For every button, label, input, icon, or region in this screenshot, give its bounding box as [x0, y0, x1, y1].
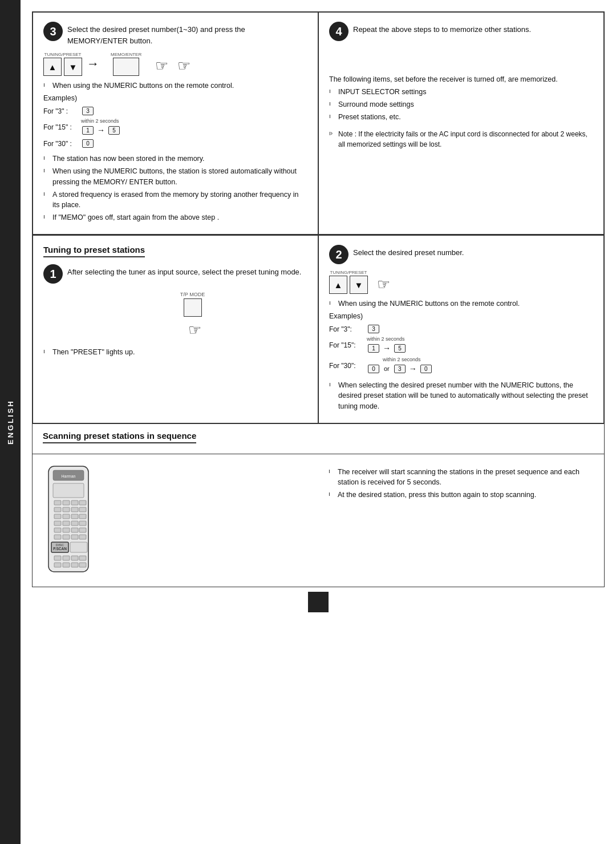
- tuning-for15-row: For "15": within 2 seconds 1 → 5: [329, 338, 593, 353]
- remote-svg: Harman: [43, 463, 94, 578]
- svg-rect-21: [63, 528, 70, 532]
- tp-hand-icon: ☞: [188, 321, 201, 339]
- svg-rect-6: [71, 500, 78, 505]
- svg-rect-24: [54, 535, 61, 539]
- tp-mode-btn: [184, 298, 202, 317]
- or-label: or: [384, 365, 390, 372]
- tuning-for15-label: For "15":: [329, 341, 363, 349]
- svg-rect-17: [63, 521, 70, 526]
- tuning-step1-bullets: Then "PRESET" lights up.: [43, 347, 307, 357]
- scanning-left-cell: Harman: [33, 454, 318, 587]
- tuning-step2-header: 2 Select the desired preset number.: [329, 245, 593, 264]
- svg-text:P.SCAN: P.SCAN: [53, 547, 67, 551]
- tuning-for30-btn0: 0: [368, 365, 379, 373]
- tuning-for3-label: For "3":: [329, 325, 363, 333]
- step3-button-diagram: TUNING/PRESET ▲ ▼ → MEMO/ENTER: [43, 52, 307, 76]
- then-preset-bullet: Then "PRESET" lights up.: [43, 347, 307, 357]
- tuning-preset-label: TUNING/PRESET: [44, 52, 82, 57]
- memo-enter-label: MEMO/ENTER: [111, 52, 141, 57]
- tuning-bullet-examples: Examples): [329, 311, 593, 321]
- step4-item-2: Surround mode settings: [329, 99, 593, 110]
- svg-rect-38: [71, 563, 78, 567]
- step3-bullet-6: If "MEMO" goes off, start again from the…: [43, 212, 307, 223]
- svg-rect-35: [79, 556, 86, 560]
- step4-header: 4 Repeat the above steps to to memorize …: [329, 22, 593, 41]
- svg-rect-9: [63, 507, 70, 512]
- step3-bullet-4: When using the NUMERIC buttons, the stat…: [43, 166, 307, 187]
- svg-rect-14: [71, 514, 78, 519]
- scanning-bullets: The receiver will start scanning the sta…: [329, 467, 594, 500]
- step4-note-section: The following items, set before the rece…: [329, 75, 593, 150]
- svg-rect-32: [54, 556, 61, 560]
- tuning-for30-row: For "30": within 2 seconds 0 or 3 → 0: [329, 358, 593, 373]
- tuning-for30-arrow: →: [409, 364, 417, 373]
- step4-circle: 4: [329, 22, 348, 41]
- for30-btn: 0: [82, 139, 94, 148]
- step3-bullet-1: When using the NUMERIC buttons on the re…: [43, 80, 307, 91]
- hand-icon-1: ☞: [155, 57, 168, 75]
- for3-btn: 3: [82, 107, 94, 115]
- page-number-area: [32, 592, 605, 612]
- svg-rect-20: [54, 528, 61, 532]
- for3-row: For "3" : 3: [43, 107, 307, 115]
- svg-rect-37: [63, 563, 70, 567]
- tuning-grid: Tuning to preset stations 1 After select…: [32, 235, 605, 424]
- svg-rect-4: [54, 500, 61, 505]
- tp-mode-group: T/P MODE: [180, 292, 205, 317]
- tuning-preset-group: TUNING/PRESET ▲ ▼: [43, 52, 82, 76]
- within-label: within 2 seconds: [81, 118, 119, 124]
- step3-bullet-3: The station has now been stored in the m…: [43, 154, 307, 164]
- step4-note-text: The following items, set before the rece…: [329, 75, 593, 83]
- sidebar-label: ENGLISH: [6, 399, 15, 445]
- svg-rect-3: [53, 483, 84, 498]
- tuning-for3-row: For "3": 3: [329, 325, 593, 333]
- svg-rect-12: [54, 514, 61, 519]
- svg-rect-27: [79, 535, 86, 539]
- tuning-for30-btn0b: 0: [420, 365, 432, 373]
- step3-header: 3 Select the desired preset number(1~30)…: [43, 22, 307, 46]
- scanning-bullet-2: At the desired station, press this butto…: [329, 490, 594, 500]
- tp-mode-label: T/P MODE: [180, 292, 205, 297]
- tuning-for3-btn: 3: [368, 325, 379, 333]
- tuning-preset-group2: TUNING/PRESET ▲ ▼: [329, 270, 368, 294]
- svg-rect-11: [79, 507, 86, 512]
- svg-rect-34: [71, 556, 78, 560]
- step4-cell: 4 Repeat the above steps to to memorize …: [318, 12, 604, 235]
- scanning-title-cell: Scanning preset stations in sequence: [33, 424, 604, 454]
- tuning-step2-text: Select the desired preset number.: [353, 245, 464, 259]
- hand-icons: ☞ ☞: [151, 57, 191, 75]
- svg-rect-26: [71, 535, 78, 539]
- scanning-section-title: Scanning preset stations in sequence: [43, 431, 196, 443]
- for15-row: For "15" : within 2 seconds 1 → 5: [43, 120, 307, 135]
- for30-row: For "30" : 0: [43, 139, 307, 148]
- svg-rect-18: [71, 521, 78, 526]
- tuning-for30-container: within 2 seconds 0 or 3 → 0: [367, 364, 433, 373]
- tuning-step1-text: After selecting the tuner as input sourc…: [67, 264, 301, 278]
- svg-rect-31: [70, 542, 87, 552]
- tuning-btn-up2: ▲: [329, 276, 347, 294]
- svg-rect-13: [63, 514, 70, 519]
- for30-label: For "30" :: [43, 140, 78, 148]
- tuning-buttons: ▲ ▼: [43, 58, 82, 76]
- memo-enter-btn: [113, 58, 139, 76]
- tuning-numeric-bullet: When selecting the desired preset number…: [329, 380, 593, 411]
- page-number: [308, 592, 329, 612]
- step3-bullet-5: A stored frequency is erased from the me…: [43, 189, 307, 210]
- tuning-arrow-15: →: [383, 344, 391, 353]
- tuning-step2-cell: 2 Select the desired preset number. TUNI…: [318, 235, 604, 423]
- tuning-step2-diagram: TUNING/PRESET ▲ ▼ ☞: [329, 270, 593, 294]
- for15-label: For "15" :: [43, 123, 78, 131]
- tuning-btn-up: ▲: [43, 58, 62, 76]
- memo-enter-group: MEMO/ENTER: [111, 52, 141, 76]
- tuning-step1-cell: Tuning to preset stations 1 After select…: [33, 235, 318, 423]
- svg-rect-36: [54, 563, 61, 567]
- step2-hand-icon: ☞: [377, 276, 390, 293]
- scanning-right-cell: The receiver will start scanning the sta…: [318, 454, 604, 587]
- tuning-step1-circle: 1: [43, 264, 63, 284]
- for3-label: For "3" :: [43, 107, 78, 115]
- sidebar: ENGLISH: [0, 0, 21, 844]
- for15-btn1: 1: [82, 126, 94, 135]
- arrow-15: →: [97, 126, 105, 135]
- within-container: within 2 seconds 1 → 5: [81, 126, 121, 135]
- tuning-for30-btn3: 3: [394, 365, 406, 373]
